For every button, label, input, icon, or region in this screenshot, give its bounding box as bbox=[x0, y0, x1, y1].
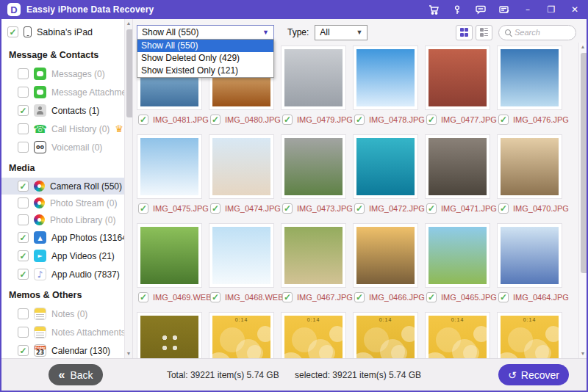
scroll-up-icon[interactable]: ▲ bbox=[125, 19, 132, 28]
recover-button[interactable]: ↺ Recover bbox=[498, 364, 569, 385]
photo-item[interactable]: IMG_0467.JPG bbox=[281, 223, 346, 302]
thumbnail-image[interactable] bbox=[429, 49, 487, 106]
item-checkbox[interactable] bbox=[18, 105, 29, 116]
thumbnail-image[interactable] bbox=[356, 227, 415, 284]
search-box[interactable] bbox=[498, 25, 576, 40]
chat-icon[interactable] bbox=[475, 4, 487, 15]
item-checkbox[interactable] bbox=[498, 292, 509, 302]
sidebar-item-messages[interactable]: Messages (0) bbox=[1, 65, 132, 83]
photo-item[interactable]: 0:14 bbox=[497, 312, 562, 358]
item-checkbox[interactable] bbox=[354, 292, 365, 302]
thumbnail-image[interactable] bbox=[356, 49, 415, 106]
sidebar-item-contacts[interactable]: Contacts (1) bbox=[1, 101, 132, 120]
minimize-button[interactable]: – bbox=[522, 4, 534, 15]
cart-icon[interactable] bbox=[428, 4, 440, 15]
photo-item[interactable]: IMG_0465.JPG bbox=[425, 223, 490, 302]
thumbnail-image[interactable] bbox=[140, 316, 198, 358]
photo-item[interactable]: IMG_0464.JPG bbox=[497, 223, 562, 302]
photo-item[interactable]: IMG_0479.JPG bbox=[281, 46, 346, 125]
thumbnail-image[interactable]: 0:14 bbox=[429, 316, 487, 358]
close-button[interactable]: ✕ bbox=[569, 4, 581, 15]
photo-item[interactable]: IMG_0475.JPG bbox=[137, 134, 202, 214]
feedback-icon[interactable] bbox=[498, 4, 510, 15]
thumbnail-image[interactable] bbox=[140, 227, 198, 284]
sidebar-item-app-photos[interactable]: App Photos (13164) bbox=[1, 228, 132, 247]
item-checkbox[interactable] bbox=[18, 232, 29, 243]
scroll-down-icon[interactable]: ▼ bbox=[579, 349, 587, 358]
item-checkbox[interactable] bbox=[18, 250, 29, 261]
photo-item[interactable]: IMG_0469.WEBP bbox=[137, 223, 202, 302]
sidebar-item-calendar[interactable]: Calendar (130) bbox=[1, 341, 132, 358]
item-checkbox[interactable] bbox=[18, 87, 29, 98]
photo-item[interactable]: IMG_0478.JPG bbox=[353, 46, 418, 125]
item-checkbox[interactable] bbox=[138, 292, 148, 302]
item-checkbox[interactable] bbox=[18, 181, 29, 192]
photo-item[interactable]: 0:14 bbox=[281, 312, 346, 358]
sidebar-item-photo-library[interactable]: Photo Library (0) bbox=[1, 211, 132, 228]
sidebar-item-message-attachments[interactable]: Message Attachments (0) bbox=[1, 83, 132, 101]
device-row[interactable]: Sabina's iPad bbox=[1, 22, 132, 43]
item-checkbox[interactable] bbox=[354, 115, 365, 125]
item-checkbox[interactable] bbox=[354, 203, 365, 214]
item-checkbox[interactable] bbox=[426, 292, 437, 302]
thumbnail-image[interactable] bbox=[140, 138, 198, 195]
sidebar-item-notes-attachments[interactable]: Notes Attachments (0) bbox=[1, 323, 132, 341]
thumbnail-image[interactable] bbox=[501, 227, 559, 284]
item-checkbox[interactable] bbox=[282, 115, 293, 125]
dropdown-option[interactable]: Show All (550) bbox=[137, 40, 273, 52]
type-dropdown[interactable]: All ▼ bbox=[315, 25, 368, 40]
item-checkbox[interactable] bbox=[210, 203, 220, 214]
sidebar-scrollbar[interactable]: ▲ ▼ bbox=[124, 19, 132, 358]
photo-item[interactable]: IMG_0477.JPG bbox=[425, 46, 490, 125]
item-checkbox[interactable] bbox=[18, 269, 29, 280]
sidebar-item-app-audio[interactable]: App Audio (7837) bbox=[1, 265, 132, 283]
item-checkbox[interactable] bbox=[18, 327, 29, 338]
thumbnail-image[interactable] bbox=[284, 227, 343, 284]
photo-item[interactable]: IMG_0471.JPG bbox=[425, 134, 490, 214]
thumbnail-image[interactable] bbox=[501, 49, 559, 106]
thumbnail-image[interactable]: 0:14 bbox=[501, 316, 559, 358]
list-view-button[interactable] bbox=[476, 25, 492, 40]
item-checkbox[interactable] bbox=[18, 197, 29, 208]
maximize-button[interactable]: ❐ bbox=[545, 4, 557, 15]
photo-item[interactable] bbox=[137, 312, 202, 358]
item-checkbox[interactable] bbox=[498, 203, 509, 214]
photo-item[interactable]: IMG_0466.JPG bbox=[353, 223, 418, 302]
photo-item[interactable]: IMG_0476.JPG bbox=[497, 46, 562, 125]
item-checkbox[interactable] bbox=[18, 68, 29, 79]
scroll-down-icon[interactable]: ▼ bbox=[125, 349, 132, 358]
item-checkbox[interactable] bbox=[426, 115, 437, 125]
back-button[interactable]: « Back bbox=[49, 364, 103, 385]
item-checkbox[interactable] bbox=[426, 203, 437, 214]
photo-item[interactable]: IMG_0473.JPG bbox=[281, 134, 346, 214]
photo-item[interactable]: 0:14 bbox=[209, 312, 274, 358]
scroll-up-icon[interactable]: ▲ bbox=[579, 43, 587, 51]
item-checkbox[interactable] bbox=[138, 115, 148, 125]
device-checkbox[interactable] bbox=[7, 26, 18, 37]
item-checkbox[interactable] bbox=[282, 292, 293, 302]
item-checkbox[interactable] bbox=[138, 203, 148, 214]
item-checkbox[interactable] bbox=[210, 292, 220, 302]
sidebar-item-app-videos[interactable]: App Videos (21) bbox=[1, 247, 132, 265]
scrollbar-thumb[interactable] bbox=[581, 53, 588, 273]
item-checkbox[interactable] bbox=[18, 214, 29, 225]
thumbnail-image[interactable] bbox=[284, 138, 343, 195]
scrollbar-thumb[interactable] bbox=[126, 29, 133, 117]
grid-view-button[interactable] bbox=[456, 25, 473, 40]
photo-item[interactable]: 0:14 bbox=[425, 312, 490, 358]
dropdown-option[interactable]: Show Deleted Only (429) bbox=[137, 52, 273, 65]
sidebar-item-camera-roll[interactable]: Camera Roll (550) bbox=[1, 178, 132, 195]
thumbnail-image[interactable] bbox=[429, 227, 487, 284]
thumbnail-image[interactable] bbox=[356, 138, 415, 195]
thumbnail-image[interactable] bbox=[212, 138, 270, 195]
photo-item[interactable]: IMG_0474.JPG bbox=[209, 134, 274, 214]
item-checkbox[interactable] bbox=[210, 115, 220, 125]
item-checkbox[interactable] bbox=[498, 115, 509, 125]
key-icon[interactable] bbox=[451, 4, 463, 15]
thumbnail-image[interactable] bbox=[501, 138, 559, 195]
item-checkbox[interactable] bbox=[18, 123, 29, 134]
filter-dropdown[interactable]: Show All (550) ▼ bbox=[137, 25, 274, 40]
item-checkbox[interactable] bbox=[282, 203, 293, 214]
photo-item[interactable]: IMG_0468.WEBP bbox=[209, 223, 274, 302]
sidebar-item-notes[interactable]: Notes (0) bbox=[1, 305, 132, 323]
